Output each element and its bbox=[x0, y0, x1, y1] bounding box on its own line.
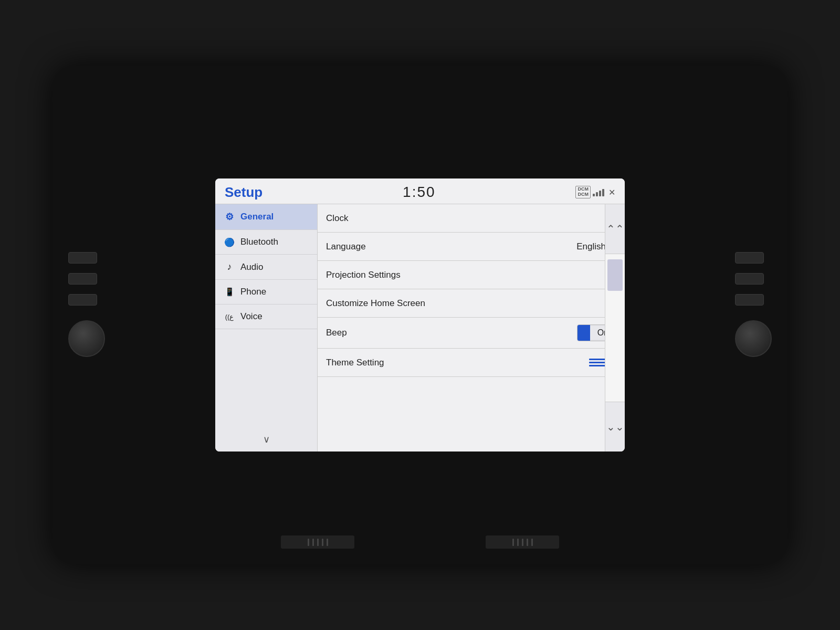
menu-item-language[interactable]: Language English ∨ bbox=[318, 233, 625, 261]
screen-header: Setup 1:50 DCM DCM ✕ bbox=[215, 178, 625, 204]
bottom-vents bbox=[281, 536, 559, 549]
theme-label: Theme Setting bbox=[326, 358, 384, 368]
sidebar-item-phone-label: Phone bbox=[240, 287, 266, 297]
clock-display: 1:50 bbox=[403, 184, 436, 201]
screen: Setup 1:50 DCM DCM ✕ bbox=[215, 178, 625, 452]
screen-content: ⚙ General 🔵 Bluetooth ♪ Audio 📱 Phone ((… bbox=[215, 204, 625, 452]
gear-icon: ⚙ bbox=[224, 211, 235, 223]
scroll-thumb bbox=[607, 259, 623, 291]
theme-lines-icon bbox=[589, 359, 606, 366]
sidebar-item-general-label: General bbox=[240, 212, 274, 222]
sidebar-item-audio-label: Audio bbox=[240, 262, 263, 272]
chevron-double-down-icon: ⌄⌄ bbox=[606, 423, 624, 430]
audio-icon: ♪ bbox=[224, 261, 235, 272]
left-btn-2[interactable] bbox=[68, 273, 97, 285]
right-side-buttons bbox=[735, 252, 772, 357]
scroll-buttons: ⌃⌃ ⌄⌄ bbox=[605, 204, 625, 452]
header-icons: DCM DCM ✕ bbox=[575, 186, 615, 198]
right-btn-1[interactable] bbox=[735, 252, 764, 264]
voice-icon: ((ع bbox=[224, 313, 235, 321]
sidebar: ⚙ General 🔵 Bluetooth ♪ Audio 📱 Phone ((… bbox=[215, 204, 318, 452]
page-title: Setup bbox=[225, 184, 262, 201]
menu-item-beep[interactable]: Beep On bbox=[318, 318, 625, 349]
sidebar-item-general[interactable]: ⚙ General bbox=[215, 204, 317, 230]
chevron-down-icon: ∨ bbox=[263, 434, 270, 445]
clock-label: Clock bbox=[326, 213, 349, 224]
sidebar-item-bluetooth-label: Bluetooth bbox=[240, 237, 278, 247]
bluetooth-icon: 🔵 bbox=[224, 237, 235, 247]
scroll-up-button[interactable]: ⌃⌃ bbox=[605, 204, 625, 254]
menu-item-projection[interactable]: Projection Settings bbox=[318, 261, 625, 289]
sidebar-item-audio[interactable]: ♪ Audio bbox=[215, 255, 317, 280]
language-label: Language bbox=[326, 242, 366, 252]
chevron-up-icon: ⌃⌃ bbox=[606, 223, 624, 235]
right-btn-2[interactable] bbox=[735, 273, 764, 285]
dcm-badge: DCM DCM bbox=[575, 186, 591, 198]
menu-item-home-screen[interactable]: Customize Home Screen bbox=[318, 289, 625, 318]
main-panel: Clock Language English ∨ Projection Sett… bbox=[318, 204, 625, 452]
left-side-buttons bbox=[68, 252, 105, 357]
right-vent bbox=[486, 536, 559, 549]
right-knob[interactable] bbox=[735, 320, 772, 357]
right-btn-3[interactable] bbox=[735, 294, 764, 306]
sidebar-item-voice[interactable]: ((ع Voice bbox=[215, 304, 317, 329]
close-icon[interactable]: ✕ bbox=[608, 187, 615, 197]
menu-item-theme[interactable]: Theme Setting ∨ bbox=[318, 349, 625, 377]
scroll-down-button[interactable]: ⌄⌄ bbox=[605, 402, 625, 452]
left-vent bbox=[281, 536, 354, 549]
car-bezel: Setup 1:50 DCM DCM ✕ bbox=[52, 66, 788, 564]
left-btn-1[interactable] bbox=[68, 252, 97, 264]
sidebar-item-bluetooth[interactable]: 🔵 Bluetooth bbox=[215, 230, 317, 255]
left-knob[interactable] bbox=[68, 320, 105, 357]
home-screen-label: Customize Home Screen bbox=[326, 298, 425, 309]
sidebar-item-voice-label: Voice bbox=[240, 311, 262, 322]
menu-item-clock[interactable]: Clock bbox=[318, 204, 625, 233]
toggle-on-indicator bbox=[578, 325, 590, 341]
phone-icon: 📱 bbox=[224, 287, 235, 297]
language-value: English bbox=[576, 242, 606, 252]
sidebar-item-phone[interactable]: 📱 Phone bbox=[215, 280, 317, 304]
projection-label: Projection Settings bbox=[326, 270, 401, 280]
scroll-track bbox=[605, 254, 625, 402]
beep-label: Beep bbox=[326, 328, 347, 338]
signal-icon bbox=[593, 188, 604, 196]
sidebar-more-button[interactable]: ∨ bbox=[215, 427, 317, 452]
left-btn-3[interactable] bbox=[68, 294, 97, 306]
